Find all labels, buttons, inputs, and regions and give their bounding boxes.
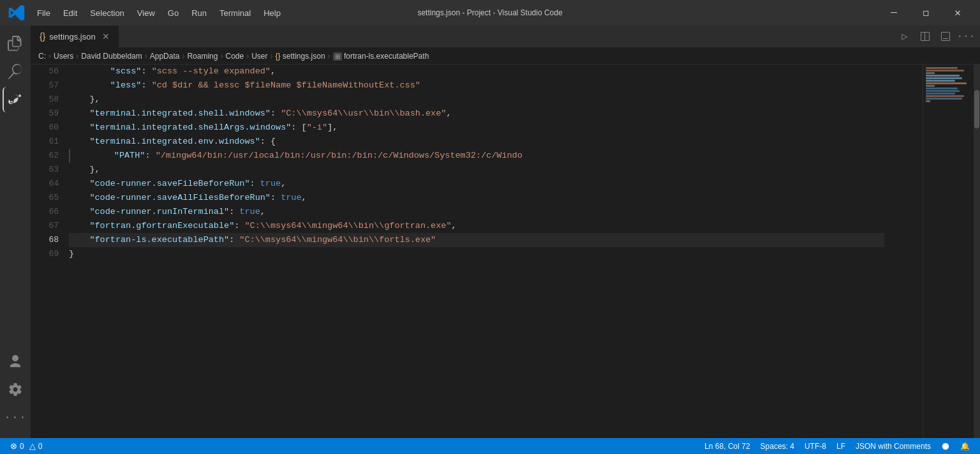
line-numbers: 56 57 58 59 60 61 62 63 64 65 66 67 68 6… — [31, 64, 64, 438]
bc-roaming[interactable]: Roaming — [187, 52, 218, 61]
split-editor-button[interactable] — [916, 27, 934, 45]
window-controls: — ◻ ✕ — [879, 3, 972, 23]
menu-edit[interactable]: Edit — [57, 6, 84, 20]
bc-user2[interactable]: User — [251, 52, 267, 61]
line-num-64: 64 — [31, 177, 59, 191]
maximize-button[interactable]: ◻ — [911, 3, 940, 23]
menu-file[interactable]: File — [31, 6, 57, 20]
code-line-68: "fortran-ls.executablePath": "C:\\msys64… — [69, 233, 884, 247]
line-num-56: 56 — [31, 64, 59, 79]
menu-go[interactable]: Go — [161, 6, 185, 20]
tab-settings-json[interactable]: {} settings.json ✕ — [31, 26, 119, 48]
activity-settings[interactable] — [3, 377, 28, 402]
code-content[interactable]: "scss": "scss --style expanded", "less":… — [64, 64, 923, 438]
code-line-60: "terminal.integrated.shellArgs.windows":… — [69, 121, 884, 135]
bc-user[interactable]: David Dubbeldam — [81, 52, 142, 61]
status-notifications[interactable]: 🔔 — [955, 438, 975, 454]
code-line-57: "less": "cd $dir && lessc $fileName $fil… — [69, 79, 884, 93]
editor-content[interactable]: 56 57 58 59 60 61 62 63 64 65 66 67 68 6… — [31, 64, 980, 438]
activity-search[interactable] — [3, 59, 28, 84]
editor-area: {} settings.json ✕ ▷ ··· — [31, 26, 980, 438]
error-count: 0 — [20, 442, 24, 451]
code-line-63: }, — [69, 163, 884, 177]
line-num-63: 63 — [31, 163, 59, 177]
status-bar: ⊗ 0 △ 0 Ln 68, Col 72 Spaces: 4 UTF-8 LF… — [0, 438, 980, 454]
menu-run[interactable]: Run — [185, 6, 213, 20]
line-num-57: 57 — [31, 79, 59, 93]
run-button[interactable]: ▷ — [896, 27, 914, 45]
status-encoding[interactable]: UTF-8 — [799, 438, 831, 454]
toggle-panel-button[interactable] — [937, 27, 954, 45]
tab-bar: {} settings.json ✕ ▷ ··· — [31, 26, 980, 48]
bc-symbol[interactable]: ⊞ fortran-ls.executablePath — [333, 52, 429, 61]
tab-close-icon[interactable]: ✕ — [102, 31, 110, 42]
status-position[interactable]: Ln 68, Col 72 — [699, 438, 755, 454]
vertical-scrollbar[interactable] — [974, 64, 980, 438]
activity-source-control[interactable] — [3, 87, 28, 112]
code-line-67: "fortran.gfortranExecutable": "C:\\msys6… — [69, 219, 884, 233]
activity-account[interactable] — [3, 349, 28, 374]
code-line-62: "PATH": "/mingw64/bin:/usr/local/bin:/us… — [69, 149, 884, 163]
warning-icon: △ — [29, 441, 36, 451]
activity-extensions[interactable]: ··· — [3, 405, 28, 430]
tab-actions: ▷ ··· — [896, 27, 980, 45]
status-language[interactable]: JSON with Comments — [850, 438, 936, 454]
line-num-59: 59 — [31, 107, 59, 121]
warning-count: 0 — [38, 442, 43, 451]
code-line-66: "code-runner.runInTerminal": true, — [69, 205, 884, 219]
menu-terminal[interactable]: Terminal — [213, 6, 257, 20]
status-remote[interactable] — [936, 438, 955, 454]
status-errors[interactable]: ⊗ 0 △ 0 — [5, 438, 47, 454]
tab-file-icon: {} — [40, 31, 45, 42]
close-button[interactable]: ✕ — [943, 3, 972, 23]
code-line-69: } — [69, 247, 884, 261]
line-num-68: 68 — [31, 233, 59, 247]
code-line-56: "scss": "scss --style expanded", — [69, 64, 884, 79]
scrollbar-thumb[interactable] — [974, 90, 979, 128]
menu-view[interactable]: View — [131, 6, 161, 20]
window-title: settings.json - Project - Visual Studio … — [417, 8, 562, 17]
line-num-65: 65 — [31, 191, 59, 205]
activity-explorer[interactable] — [3, 31, 28, 56]
code-line-61: "terminal.integrated.env.windows": { — [69, 135, 884, 149]
line-num-69: 69 — [31, 247, 59, 261]
minimap — [923, 64, 974, 438]
main-layout: ··· {} settings.json ✕ ▷ — [0, 26, 980, 438]
status-spaces[interactable]: Spaces: 4 — [755, 438, 799, 454]
line-num-66: 66 — [31, 205, 59, 219]
bc-drive[interactable]: C: — [38, 52, 46, 61]
code-line-64: "code-runner.saveFileBeforeRun": true, — [69, 177, 884, 191]
vscode-logo — [8, 4, 26, 22]
line-num-61: 61 — [31, 135, 59, 149]
more-actions-button[interactable]: ··· — [957, 27, 975, 45]
bc-users[interactable]: Users — [54, 52, 73, 61]
line-num-62: 62 — [31, 149, 59, 163]
line-num-60: 60 — [31, 121, 59, 135]
code-line-59: "terminal.integrated.shell.windows": "C:… — [69, 107, 884, 121]
error-icon: ⊗ — [10, 441, 17, 451]
line-num-58: 58 — [31, 93, 59, 107]
code-line-65: "code-runner.saveAllFilesBeforeRun": tru… — [69, 191, 884, 205]
activity-bar: ··· — [0, 26, 31, 438]
line-num-67: 67 — [31, 219, 59, 233]
bc-appdata[interactable]: AppData — [150, 52, 180, 61]
bc-file[interactable]: {} settings.json — [276, 52, 325, 61]
tab-label: settings.json — [49, 32, 95, 42]
menu-help[interactable]: Help — [257, 6, 287, 20]
menu-selection[interactable]: Selection — [84, 6, 130, 20]
minimize-button[interactable]: — — [879, 3, 909, 23]
status-eol[interactable]: LF — [831, 438, 850, 454]
bc-code[interactable]: Code — [225, 52, 244, 61]
title-bar: File Edit Selection View Go Run Terminal… — [0, 0, 980, 26]
code-line-58: }, — [69, 93, 884, 107]
breadcrumb: C: › Users › David Dubbeldam › AppData ›… — [31, 48, 980, 64]
